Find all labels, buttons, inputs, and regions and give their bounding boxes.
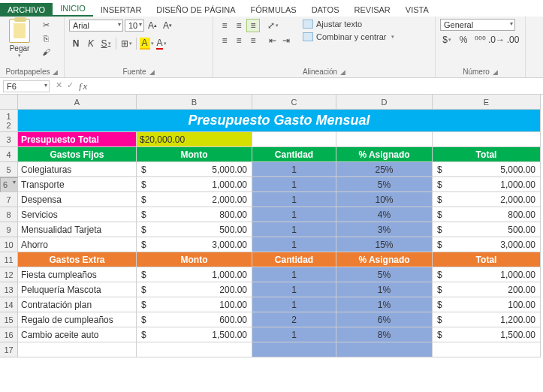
cell-E17[interactable] — [433, 342, 541, 357]
wrap-text-button[interactable]: Ajustar texto — [300, 19, 397, 29]
cell-A15[interactable]: Regalo de cumpleaños — [18, 312, 137, 327]
cell-C7[interactable]: 1 — [252, 192, 336, 207]
format-painter-button[interactable]: 🖌 — [39, 46, 53, 58]
cell-A6[interactable]: Transporte — [18, 177, 137, 192]
cell-E15[interactable]: $1,200.00 — [433, 312, 541, 327]
cell-E13[interactable]: $200.00 — [433, 282, 541, 297]
cell-B15[interactable]: $600.00 — [137, 312, 252, 327]
italic-button[interactable]: K — [84, 37, 98, 50]
fx-button[interactable]: ƒx — [78, 80, 87, 92]
row-header-14[interactable]: 14 — [0, 297, 18, 312]
cell-D6[interactable]: 5% — [336, 177, 433, 192]
cell-B8[interactable]: $800.00 — [137, 207, 252, 222]
align-center-button[interactable]: ≡ — [232, 34, 246, 47]
cell-A11[interactable]: Gastos Extra — [18, 252, 137, 267]
col-header-C[interactable]: C — [252, 95, 336, 110]
col-header-E[interactable]: E — [433, 95, 541, 110]
align-bottom-button[interactable]: ≡ — [246, 19, 260, 32]
font-dialog-launcher[interactable]: ◢ — [149, 68, 155, 76]
cell-B14[interactable]: $100.00 — [137, 297, 252, 312]
row-header-15[interactable]: 15 — [0, 312, 18, 327]
cell-E8[interactable]: $800.00 — [433, 207, 541, 222]
row-header-9[interactable]: 9 — [0, 222, 18, 237]
cell-E12[interactable]: $1,000.00 — [433, 267, 541, 282]
cell-A7[interactable]: Despensa — [18, 192, 137, 207]
cell-E11[interactable]: Total — [433, 252, 541, 267]
row-header-16[interactable]: 16 — [0, 327, 18, 342]
row-header-1[interactable]: 12 — [0, 110, 18, 132]
decrease-decimal-button[interactable]: .00 — [506, 33, 520, 47]
cell-D12[interactable]: 5% — [336, 267, 433, 282]
cell-E5[interactable]: $5,000.00 — [433, 162, 541, 177]
font-name-select[interactable]: Arial — [69, 20, 123, 32]
cancel-formula-button[interactable]: ✕ — [56, 80, 62, 92]
copy-button[interactable]: ⎘ — [39, 32, 53, 44]
cell-B6[interactable]: $1,000.00 — [137, 177, 252, 192]
row-header-7[interactable]: 7 — [0, 192, 18, 207]
tab-formulas[interactable]: FÓRMULAS — [243, 3, 304, 17]
cell-C17[interactable] — [252, 342, 336, 357]
tab-file[interactable]: ARCHIVO — [0, 3, 53, 17]
align-right-button[interactable]: ≡ — [246, 34, 260, 47]
cell-D15[interactable]: 6% — [336, 312, 433, 327]
cell-A9[interactable]: Mensualidad Tarjeta — [18, 222, 137, 237]
row-header-3[interactable]: 3 — [0, 132, 18, 147]
percent-button[interactable]: % — [457, 33, 470, 47]
cell-A13[interactable]: Peluquería Mascota — [18, 282, 137, 297]
cell-C15[interactable]: 2 — [252, 312, 336, 327]
row-header-13[interactable]: 13 — [0, 282, 18, 297]
cell-E6[interactable]: $1,000.00 — [433, 177, 541, 192]
name-box[interactable]: F6 — [3, 80, 50, 92]
comma-button[interactable]: ⁰⁰⁰ — [473, 33, 487, 47]
cell-C14[interactable]: 1 — [252, 297, 336, 312]
font-color-button[interactable]: A — [155, 37, 168, 50]
number-format-select[interactable]: General — [440, 19, 515, 31]
increase-decimal-button[interactable]: .0→ — [490, 33, 503, 47]
cell-B13[interactable]: $200.00 — [137, 282, 252, 297]
cell-C13[interactable]: 1 — [252, 282, 336, 297]
cell-D9[interactable]: 3% — [336, 222, 433, 237]
cell-A14[interactable]: Contratación plan — [18, 297, 137, 312]
align-dialog-launcher[interactable]: ◢ — [340, 68, 345, 76]
decrease-font-button[interactable]: A▾ — [161, 19, 174, 32]
cell-C6[interactable]: 1 — [252, 177, 336, 192]
cell-C8[interactable]: 1 — [252, 207, 336, 222]
accept-formula-button[interactable]: ✓ — [67, 80, 74, 92]
cell-D4[interactable]: % Asignado — [336, 147, 433, 162]
font-size-select[interactable]: 10 — [125, 20, 144, 32]
cell-E3[interactable] — [433, 132, 541, 147]
select-all-corner[interactable] — [0, 95, 18, 110]
align-left-button[interactable]: ≡ — [218, 34, 231, 47]
cell-B10[interactable]: $3,000.00 — [137, 237, 252, 252]
cell-D3[interactable] — [336, 132, 433, 147]
row-header-6[interactable]: 6 — [0, 177, 18, 192]
cell-B5[interactable]: $5,000.00 — [137, 162, 252, 177]
cell-E16[interactable]: $1,500.00 — [433, 327, 541, 342]
cell-A8[interactable]: Servicios — [18, 207, 137, 222]
cell-D13[interactable]: 1% — [336, 282, 433, 297]
col-header-D[interactable]: D — [336, 95, 433, 110]
cell-B12[interactable]: $1,000.00 — [137, 267, 252, 282]
row-header-10[interactable]: 10 — [0, 237, 18, 252]
cell-A5[interactable]: Colegiaturas — [18, 162, 137, 177]
cell-D16[interactable]: 8% — [336, 327, 433, 342]
cell-A12[interactable]: Fiesta cumpleaños — [18, 267, 137, 282]
tab-data[interactable]: DATOS — [304, 3, 347, 17]
cell-D5[interactable]: 25% — [336, 162, 433, 177]
bold-button[interactable]: N — [69, 37, 83, 50]
cell-B16[interactable]: $1,500.00 — [137, 327, 252, 342]
cell-D14[interactable]: 1% — [336, 297, 433, 312]
cell-B7[interactable]: $2,000.00 — [137, 192, 252, 207]
cell-B9[interactable]: $500.00 — [137, 222, 252, 237]
cell-E4[interactable]: Total — [433, 147, 541, 162]
paste-button[interactable]: Pegar ▾ — [5, 19, 35, 59]
row-header-12[interactable]: 12 — [0, 267, 18, 282]
cell-E10[interactable]: $3,000.00 — [433, 237, 541, 252]
formula-input[interactable] — [93, 80, 543, 92]
increase-font-button[interactable]: A▴ — [146, 19, 159, 32]
decrease-indent-button[interactable]: ⇤ — [266, 34, 279, 47]
cell-A10[interactable]: Ahorro — [18, 237, 137, 252]
cell-D10[interactable]: 15% — [336, 237, 433, 252]
borders-button[interactable]: ⊞ — [119, 37, 133, 50]
tab-home[interactable]: INICIO — [53, 2, 93, 17]
